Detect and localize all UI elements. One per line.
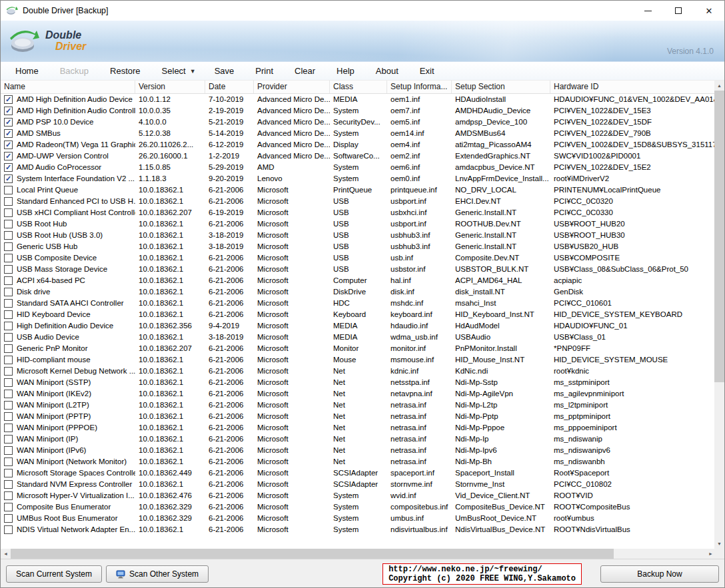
row-checkbox[interactable] [4, 480, 13, 489]
row-checkbox[interactable] [4, 514, 13, 523]
minimize-button[interactable] [632, 1, 663, 21]
column-header-name[interactable]: Name [1, 81, 135, 93]
table-row[interactable]: ✓ AMD Radeon(TM) Vega 11 Graphics 26.20.… [1, 139, 716, 150]
row-checkbox[interactable] [4, 469, 13, 477]
table-row[interactable]: Standard Enhanced PCI to USB H... 10.0.1… [1, 196, 716, 207]
row-checkbox[interactable]: ✓ [4, 129, 13, 138]
table-row[interactable]: WAN Miniport (IP) 10.0.18362.1 6-21-2006… [1, 434, 716, 445]
row-checkbox[interactable] [4, 390, 13, 398]
scroll-down-arrow-icon[interactable]: ▼ [714, 539, 724, 549]
table-row[interactable]: WAN Miniport (PPPOE) 10.0.18362.1 6-21-2… [1, 422, 716, 434]
menu-item-help[interactable]: Help [326, 62, 365, 80]
table-row[interactable]: UMBus Root Bus Enumerator 10.0.18362.329… [1, 513, 716, 524]
table-row[interactable]: ✓ AMD PSP 10.0 Device 4.10.0.0 5-21-2019… [1, 117, 716, 128]
table-row[interactable]: Microsoft Hyper-V Virtualization I... 10… [1, 490, 716, 501]
table-row[interactable]: WAN Miniport (L2TP) 10.0.18362.1 6-21-20… [1, 400, 716, 411]
maximize-button[interactable] [663, 1, 694, 21]
table-row[interactable]: USB xHCI Compliant Host Controller 10.0.… [1, 207, 716, 218]
menu-item-print[interactable]: Print [245, 62, 284, 80]
select-dropdown-arrow-icon[interactable]: ▼ [190, 68, 204, 75]
table-row[interactable]: Disk drive 10.0.18362.1 6-21-2006 Micros… [1, 286, 716, 298]
row-checkbox[interactable] [4, 435, 13, 443]
horizontal-scrollbar-thumb[interactable] [11, 549, 614, 559]
row-checkbox[interactable] [4, 412, 13, 421]
row-checkbox[interactable]: ✓ [4, 152, 13, 160]
table-row[interactable]: USB Audio Device 10.0.18362.1 3-18-2019 … [1, 332, 716, 343]
row-checkbox[interactable]: ✓ [4, 107, 13, 115]
row-checkbox[interactable] [4, 344, 13, 353]
row-checkbox[interactable]: ✓ [4, 95, 13, 104]
row-checkbox[interactable] [4, 186, 13, 194]
table-row[interactable]: ACPI x64-based PC 10.0.18362.1 6-21-2006… [1, 275, 716, 286]
table-row[interactable]: HID-compliant mouse 10.0.18362.1 6-21-20… [1, 354, 716, 366]
row-checkbox[interactable] [4, 356, 13, 364]
row-checkbox[interactable] [4, 333, 13, 342]
row-checkbox[interactable] [4, 446, 13, 455]
row-checkbox[interactable] [4, 367, 13, 376]
row-checkbox[interactable]: ✓ [4, 118, 13, 127]
table-row[interactable]: NDIS Virtual Network Adapter En... 10.0.… [1, 524, 716, 535]
scan-current-system-button[interactable]: Scan Current System [6, 565, 102, 583]
table-row[interactable]: ✓ AMD High Definition Audio Controller 1… [1, 105, 716, 117]
row-checkbox[interactable] [4, 220, 13, 228]
table-row[interactable]: Microsoft Storage Spaces Controller 10.0… [1, 467, 716, 479]
table-row[interactable]: Generic PnP Monitor 10.0.18362.207 6-21-… [1, 343, 716, 354]
table-row[interactable]: Standard SATA AHCI Controller 10.0.18362… [1, 298, 716, 309]
row-checkbox[interactable]: ✓ [4, 174, 13, 183]
horizontal-scrollbar[interactable]: ◄ ► [1, 549, 716, 559]
row-checkbox[interactable]: ✓ [4, 163, 13, 172]
scroll-up-arrow-icon[interactable]: ▲ [714, 81, 724, 91]
column-header-provider[interactable]: Provider [254, 81, 330, 93]
menu-item-clear[interactable]: Clear [284, 62, 326, 80]
row-checkbox[interactable] [4, 242, 13, 251]
column-header-hardware-id[interactable]: Hardware ID [550, 81, 716, 93]
row-checkbox[interactable] [4, 378, 13, 387]
menu-item-exit[interactable]: Exit [409, 62, 445, 80]
row-checkbox[interactable] [4, 197, 13, 206]
menu-item-save[interactable]: Save [204, 62, 245, 80]
row-checkbox[interactable] [4, 424, 13, 432]
table-row[interactable]: USB Mass Storage Device 10.0.18362.1 6-2… [1, 264, 716, 275]
table-row[interactable]: WAN Miniport (PPTP) 10.0.18362.1 6-21-20… [1, 411, 716, 422]
row-checkbox[interactable] [4, 254, 13, 262]
table-row[interactable]: WAN Miniport (IPv6) 10.0.18362.1 6-21-20… [1, 445, 716, 456]
table-row[interactable]: HID Keyboard Device 10.0.18362.1 6-21-20… [1, 309, 716, 320]
table-row[interactable]: ✓ AMD High Definition Audio Device 10.0.… [1, 94, 716, 105]
row-checkbox[interactable] [4, 310, 13, 319]
table-row[interactable]: USB Root Hub 10.0.18362.1 6-21-2006 Micr… [1, 218, 716, 230]
row-checkbox[interactable] [4, 276, 13, 285]
table-row[interactable]: ✓ AMD Audio CoProcessor 1.15.0.85 5-29-2… [1, 162, 716, 173]
table-row[interactable]: Microsoft Kernel Debug Network ... 10.0.… [1, 366, 716, 377]
column-header-setup-section[interactable]: Setup Section [452, 81, 550, 93]
table-row[interactable]: Standard NVM Express Controller 10.0.183… [1, 479, 716, 490]
vertical-scrollbar[interactable]: ▲ ▼ [714, 81, 724, 549]
table-row[interactable]: Generic USB Hub 10.0.18362.1 3-18-2019 M… [1, 241, 716, 252]
row-checkbox[interactable] [4, 231, 13, 240]
table-row[interactable]: WAN Miniport (SSTP) 10.0.18362.1 6-21-20… [1, 377, 716, 388]
close-button[interactable]: ✕ [694, 1, 724, 21]
row-checkbox[interactable] [4, 525, 13, 534]
column-header-date[interactable]: Date [205, 81, 254, 93]
row-checkbox[interactable] [4, 491, 13, 500]
scroll-left-arrow-icon[interactable]: ◄ [1, 549, 11, 559]
row-checkbox[interactable] [4, 322, 13, 330]
row-checkbox[interactable]: ✓ [4, 141, 13, 149]
row-checkbox[interactable] [4, 208, 13, 217]
table-row[interactable]: ✓ AMD-UWP Version Control 26.20.16000.1 … [1, 150, 716, 162]
row-checkbox[interactable] [4, 503, 13, 511]
row-checkbox[interactable] [4, 299, 13, 308]
column-header-class[interactable]: Class [330, 81, 387, 93]
table-row[interactable]: WAN Miniport (Network Monitor) 10.0.1836… [1, 456, 716, 467]
row-checkbox[interactable] [4, 457, 13, 466]
menu-item-home[interactable]: Home [5, 62, 49, 80]
menu-item-about[interactable]: About [365, 62, 409, 80]
menu-item-restore[interactable]: Restore [99, 62, 151, 80]
row-checkbox[interactable] [4, 265, 13, 274]
table-row[interactable]: USB Root Hub (USB 3.0) 10.0.18362.1 3-18… [1, 230, 716, 241]
scan-other-system-button[interactable]: Scan Other System [106, 565, 209, 583]
vertical-scrollbar-thumb[interactable] [714, 91, 724, 382]
table-row[interactable]: Local Print Queue 10.0.18362.1 6-21-2006… [1, 184, 716, 196]
row-checkbox[interactable] [4, 401, 13, 410]
column-header-setup-information[interactable]: Setup Informa... [387, 81, 452, 93]
table-row[interactable]: Composite Bus Enumerator 10.0.18362.329 … [1, 501, 716, 513]
